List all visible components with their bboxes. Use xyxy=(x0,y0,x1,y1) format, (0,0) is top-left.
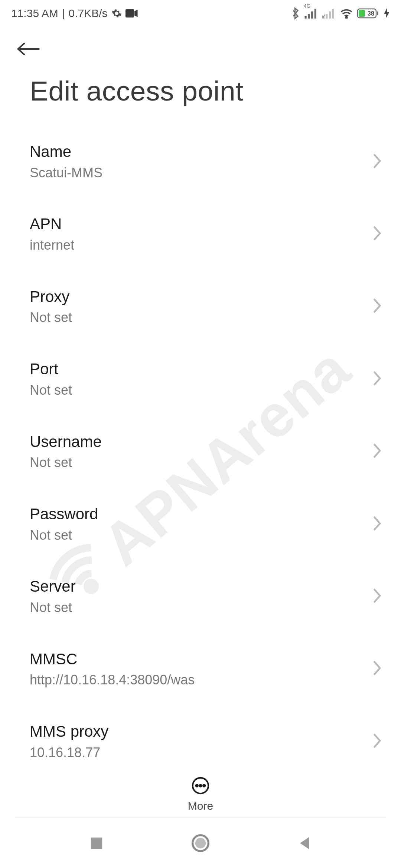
setting-row-username[interactable]: UsernameNot set xyxy=(30,415,371,488)
status-net-speed: 0.7KB/s xyxy=(69,7,108,20)
wifi-icon xyxy=(340,8,353,19)
svg-rect-8 xyxy=(332,9,334,19)
chevron-right-icon xyxy=(372,225,382,243)
status-sep: | xyxy=(62,7,65,20)
camera-icon xyxy=(125,9,138,18)
chevron-right-icon xyxy=(372,588,382,605)
svg-rect-2 xyxy=(308,14,310,19)
settings-list: NameScatui-MMSAPNinternetProxyNot setPor… xyxy=(0,125,401,778)
signal-4g-icon: 4G xyxy=(304,8,318,19)
chevron-right-icon xyxy=(372,660,382,678)
setting-row-server[interactable]: ServerNot set xyxy=(30,560,371,632)
settings-list-scroll[interactable]: APNArena NameScatui-MMSAPNinternetProxyN… xyxy=(0,125,401,838)
setting-value: internet xyxy=(30,237,349,254)
chevron-right-icon xyxy=(372,515,382,533)
signal-nosim-icon xyxy=(322,8,336,19)
setting-row-mmsc[interactable]: MMSChttp://10.16.18.4:38090/was xyxy=(30,633,371,705)
svg-point-9 xyxy=(346,17,347,18)
setting-label: Proxy xyxy=(30,287,349,307)
chevron-right-icon xyxy=(372,297,382,315)
setting-row-mms-proxy[interactable]: MMS proxy10.16.18.77 xyxy=(30,705,371,777)
svg-rect-3 xyxy=(311,11,313,19)
setting-value: Scatui-MMS xyxy=(30,164,349,182)
status-right: 4G 38 xyxy=(291,7,390,20)
svg-text:38: 38 xyxy=(368,10,374,17)
svg-rect-1 xyxy=(305,16,307,19)
setting-row-password[interactable]: PasswordNot set xyxy=(30,488,371,560)
triangle-left-icon xyxy=(297,836,312,851)
setting-label: APN xyxy=(30,214,349,234)
bluetooth-icon xyxy=(291,7,300,20)
svg-rect-12 xyxy=(359,10,365,17)
page-title-wrap: Edit access point xyxy=(0,71,401,125)
setting-value: Not set xyxy=(30,454,349,471)
setting-row-name[interactable]: NameScatui-MMS xyxy=(30,125,371,198)
setting-value: Not set xyxy=(30,599,349,617)
status-bar: 11:35 AM | 0.7KB/s 4G xyxy=(0,0,401,27)
setting-value: Not set xyxy=(30,309,349,326)
setting-row-port[interactable]: PortNot set xyxy=(30,343,371,415)
arrow-left-icon xyxy=(16,40,40,57)
square-icon xyxy=(89,836,104,850)
svg-rect-4 xyxy=(314,9,316,19)
toolbar xyxy=(0,27,401,71)
setting-value: Not set xyxy=(30,382,349,399)
svg-rect-0 xyxy=(125,9,134,18)
chevron-right-icon xyxy=(372,733,382,750)
back-button[interactable] xyxy=(15,36,41,62)
setting-row-apn[interactable]: APNinternet xyxy=(30,198,371,270)
chevron-right-icon xyxy=(372,443,382,460)
setting-label: Password xyxy=(30,504,349,525)
svg-point-22 xyxy=(195,838,206,848)
svg-rect-6 xyxy=(326,14,327,19)
setting-label: MMSC xyxy=(30,649,349,670)
gear-icon xyxy=(111,8,122,19)
svg-rect-20 xyxy=(91,837,102,848)
setting-label: Server xyxy=(30,576,349,597)
setting-label: Username xyxy=(30,432,349,452)
setting-value: 10.16.18.77 xyxy=(30,744,349,762)
setting-label: MMS proxy xyxy=(30,721,349,742)
svg-rect-7 xyxy=(329,11,331,19)
setting-value: http://10.16.18.4:38090/was xyxy=(30,671,349,689)
chevron-right-icon xyxy=(372,370,382,388)
setting-value: Not set xyxy=(30,527,349,544)
charging-icon xyxy=(384,8,390,19)
chevron-right-icon xyxy=(372,153,382,171)
status-time: 11:35 AM xyxy=(11,7,58,20)
setting-label: Port xyxy=(30,359,349,379)
status-left: 11:35 AM | 0.7KB/s xyxy=(11,7,138,20)
setting-label: Name xyxy=(30,142,349,162)
page-title: Edit access point xyxy=(30,75,371,107)
svg-rect-11 xyxy=(377,11,378,15)
battery-icon: 38 xyxy=(357,8,379,19)
setting-row-proxy[interactable]: ProxyNot set xyxy=(30,270,371,343)
